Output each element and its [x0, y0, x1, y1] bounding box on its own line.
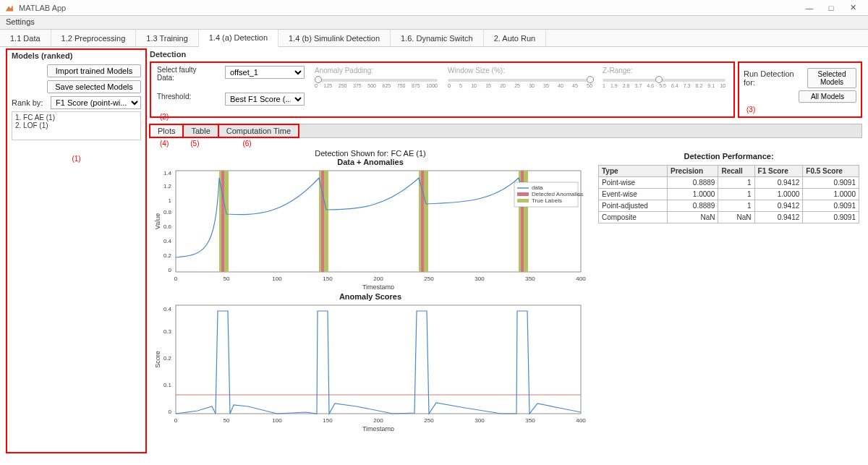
subtab-plots[interactable]: Plots — [149, 124, 184, 138]
models-panel: Models (ranked) Import trained Models Sa… — [6, 48, 147, 453]
svg-rect-33 — [517, 199, 529, 202]
window-title: MATLAB App — [19, 4, 799, 12]
svg-text:1.2: 1.2 — [163, 183, 172, 189]
matlab-icon — [4, 3, 14, 13]
svg-text:0: 0 — [169, 267, 172, 273]
perf-title: Detection Performance: — [598, 152, 859, 161]
svg-text:50: 50 — [224, 417, 230, 424]
window-ticks: 05101520253035404550 — [448, 83, 592, 88]
run-panel: Run Detection for:Selected Models All Mo… — [738, 61, 862, 118]
svg-text:Score: Score — [154, 351, 161, 368]
padding-slider[interactable] — [315, 79, 438, 82]
save-models-button[interactable]: Save selected Models — [47, 80, 141, 93]
chart1-title: Data + Anomalies — [150, 158, 591, 166]
svg-text:50: 50 — [224, 276, 230, 282]
annotation-6: (6) — [242, 140, 251, 148]
detection-title: Detection — [150, 48, 862, 60]
table-row: CompositeNaNNaN0.94120.9091 — [599, 212, 859, 223]
selected-models-button[interactable]: Selected Models — [807, 68, 856, 88]
shown-for-label: Detection Shown for: FC AE (1) — [150, 149, 591, 158]
close-button[interactable]: ✕ — [842, 3, 864, 12]
subtab-table[interactable]: Table — [182, 124, 218, 138]
main-tabs: 1.1 Data 1.2 Preprocessing 1.3 Training … — [0, 30, 868, 47]
svg-text:Value: Value — [154, 213, 161, 229]
svg-text:150: 150 — [323, 276, 333, 282]
svg-text:0.2: 0.2 — [163, 252, 172, 259]
model-item-1[interactable]: 1. FC AE (1) — [15, 114, 137, 121]
tab-auto-run[interactable]: 2. Auto Run — [484, 30, 547, 46]
annotation-4: (4) — [160, 140, 169, 148]
svg-text:400: 400 — [576, 276, 586, 282]
svg-text:0.4: 0.4 — [163, 238, 172, 244]
svg-text:150: 150 — [323, 417, 333, 424]
table-row: Point-adjusted0.888910.94120.9091 — [599, 200, 859, 212]
tab-dynamic-switch[interactable]: 1.6. Dynamic Switch — [391, 30, 484, 46]
svg-text:1.4: 1.4 — [163, 170, 172, 176]
zrange-ticks: 11.92.83.74.65.56.47.38.29.110 — [603, 83, 726, 88]
svg-text:250: 250 — [424, 276, 434, 282]
svg-text:Timestamp: Timestamp — [362, 283, 394, 289]
chart2-title: Anomaly Scores — [150, 292, 591, 301]
model-item-2[interactable]: 2. LOF (1) — [15, 121, 137, 129]
annotation-3: (3) — [746, 106, 856, 114]
models-title: Models (ranked) — [12, 50, 141, 61]
svg-text:100: 100 — [272, 417, 282, 424]
svg-rect-2 — [221, 171, 224, 272]
svg-text:350: 350 — [525, 276, 535, 282]
run-for-label: Run Detection for: — [744, 69, 804, 87]
svg-text:100: 100 — [272, 276, 282, 282]
zrange-slider[interactable] — [603, 79, 726, 82]
zrange-label: Z-Range: — [603, 67, 633, 74]
maximize-button[interactable]: □ — [820, 4, 842, 12]
tab-data[interactable]: 1.1 Data — [0, 30, 51, 46]
tab-detection-b[interactable]: 1.4 (b) Simulink Detection — [278, 30, 391, 46]
svg-text:0: 0 — [169, 409, 172, 415]
menu-bar: Settings — [0, 16, 868, 30]
svg-text:True Labels: True Labels — [532, 197, 562, 204]
svg-text:300: 300 — [475, 417, 485, 424]
perf-table: TypePrecisionRecallF1 ScoreF0.5 Score Po… — [598, 165, 859, 223]
svg-text:0.4: 0.4 — [163, 306, 172, 312]
svg-text:0.8: 0.8 — [163, 209, 172, 216]
faulty-label: Select faulty Data: — [157, 66, 215, 82]
minimize-button[interactable]: — — [799, 4, 820, 12]
svg-text:0.3: 0.3 — [163, 328, 172, 335]
svg-text:400: 400 — [576, 417, 586, 424]
chart-data-anomalies: 00.20.40.60.811.21.4 0501001502002503003… — [150, 166, 591, 289]
window-slider[interactable] — [448, 79, 592, 82]
table-row: Point-wise0.888910.94120.9091 — [599, 177, 859, 189]
window-label: Window Size (%): — [448, 67, 505, 74]
svg-rect-31 — [517, 192, 529, 196]
menu-settings[interactable]: Settings — [6, 17, 35, 26]
chart-anomaly-scores: 00.10.20.30.4 050100150200250300350400 T… — [150, 301, 591, 431]
annotation-5: (5) — [190, 140, 199, 148]
svg-text:Timestamp: Timestamp — [362, 425, 394, 431]
svg-text:data: data — [532, 184, 543, 191]
svg-text:300: 300 — [475, 276, 485, 282]
padding-ticks: 01252503755006257508751000 — [315, 83, 438, 88]
svg-rect-35 — [176, 305, 581, 414]
svg-text:0: 0 — [174, 417, 178, 424]
tab-preprocessing[interactable]: 1.2 Preprocessing — [51, 30, 137, 46]
svg-text:350: 350 — [525, 417, 535, 424]
tab-training[interactable]: 1.3 Training — [136, 30, 198, 46]
svg-text:0.1: 0.1 — [163, 382, 172, 388]
all-models-button[interactable]: All Models — [799, 90, 856, 103]
svg-text:1: 1 — [169, 197, 172, 204]
svg-text:0.2: 0.2 — [163, 355, 172, 362]
import-models-button[interactable]: Import trained Models — [47, 64, 141, 77]
padding-label: Anomaly Padding: — [315, 67, 373, 74]
faulty-select[interactable]: offset_1 — [225, 66, 305, 79]
annotation-2: (2) — [160, 113, 305, 121]
tab-detection-a[interactable]: 1.4 (a) Detection — [199, 30, 278, 47]
svg-text:Detected Anomalies: Detected Anomalies — [532, 191, 583, 197]
svg-rect-4 — [321, 171, 324, 272]
threshold-label: Threshold: — [157, 93, 215, 101]
svg-text:200: 200 — [373, 417, 383, 424]
threshold-select[interactable]: Best F1 Score (... — [225, 93, 305, 106]
subtab-computation[interactable]: Computation Time — [218, 124, 299, 138]
rank-by-select[interactable]: F1 Score (point-wi... — [51, 96, 141, 109]
model-list[interactable]: 1. FC AE (1) 2. LOF (1) — [12, 111, 141, 140]
rank-by-label: Rank by: — [12, 98, 48, 107]
annotation-1: (1) — [12, 155, 141, 163]
